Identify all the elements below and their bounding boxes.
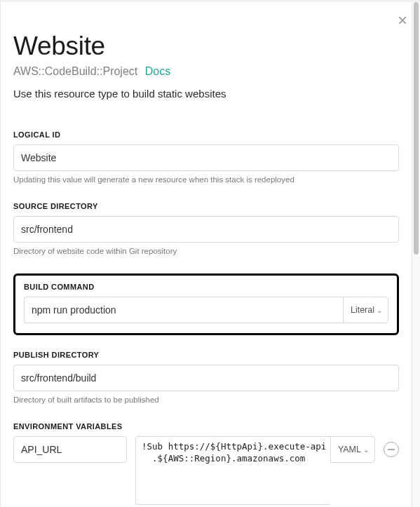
field-publish-directory: PUBLISH DIRECTORY Directory of built art… [13,351,399,404]
page-title: Website [13,32,399,61]
field-environment-variables: ENVIRONMENT VARIABLES YAML ⌄ [13,422,399,505]
scrollbar-track[interactable] [412,2,420,507]
resource-panel: Website AWS::CodeBuild::Project Docs Use… [1,2,412,505]
chevron-down-icon: ⌄ [377,306,382,314]
source-directory-help: Directory of website code within Git rep… [13,247,399,255]
build-command-input-group: Literal ⌄ [24,297,388,323]
env-var-value-input[interactable] [135,436,330,505]
resource-description: Use this resource type to build static w… [13,88,399,100]
env-var-value-wrap: YAML ⌄ [135,436,375,505]
build-command-label: BUILD COMMAND [24,283,388,291]
logical-id-help: Updating this value will generate a new … [13,175,399,184]
source-directory-label: SOURCE DIRECTORY [13,202,399,210]
env-var-row: YAML ⌄ [13,436,399,505]
publish-directory-help: Directory of built artifacts to be publi… [13,396,399,404]
resource-type-label: AWS::CodeBuild::Project [13,65,137,77]
docs-link[interactable]: Docs [145,65,170,77]
remove-env-var-button[interactable] [384,442,399,457]
publish-directory-label: PUBLISH DIRECTORY [13,351,399,359]
env-var-type-select[interactable]: YAML ⌄ [330,436,375,463]
source-directory-input[interactable] [13,216,399,243]
build-command-highlight: BUILD COMMAND Literal ⌄ [13,273,399,335]
logical-id-input[interactable] [13,144,399,171]
svg-rect-0 [388,449,395,450]
publish-directory-input[interactable] [13,365,399,391]
minus-icon [388,449,395,450]
field-build-command: BUILD COMMAND Literal ⌄ [24,283,388,323]
env-var-key-input[interactable] [13,436,127,463]
logical-id-label: LOGICAL ID [13,130,399,139]
field-logical-id: LOGICAL ID Updating this value will gene… [13,130,399,184]
field-source-directory: SOURCE DIRECTORY Directory of website co… [13,202,399,255]
env-var-type-label: YAML [338,445,361,454]
subtitle-row: AWS::CodeBuild::Project Docs [13,65,399,78]
build-command-input[interactable] [24,297,343,323]
build-command-type-select[interactable]: Literal ⌄ [343,297,388,323]
chevron-down-icon: ⌄ [363,446,369,454]
scrollbar-thumb[interactable] [414,2,419,255]
environment-variables-label: ENVIRONMENT VARIABLES [13,422,399,431]
close-icon[interactable]: × [398,12,407,29]
build-command-type-label: Literal [351,305,374,315]
